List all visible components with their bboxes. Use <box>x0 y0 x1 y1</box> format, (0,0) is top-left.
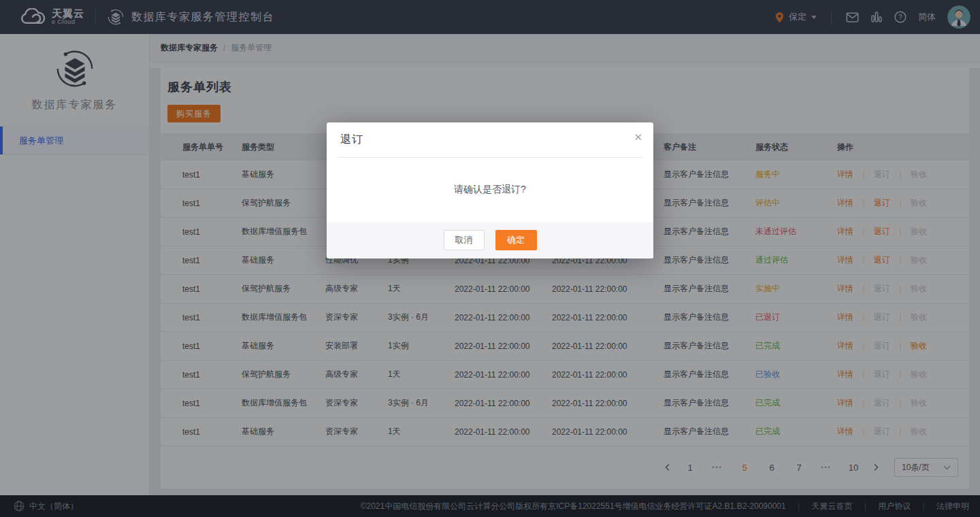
modal-message: 请确认是否退订? <box>327 158 653 222</box>
close-icon[interactable]: ✕ <box>634 132 642 142</box>
modal-footer: 取消 确定 <box>327 222 653 258</box>
modal-overlay <box>0 0 980 517</box>
confirm-button[interactable]: 确定 <box>495 230 537 250</box>
unsubscribe-modal: 退订 ✕ 请确认是否退订? 取消 确定 <box>327 122 653 258</box>
modal-title: 退订 <box>327 122 653 157</box>
cancel-button[interactable]: 取消 <box>444 230 485 250</box>
